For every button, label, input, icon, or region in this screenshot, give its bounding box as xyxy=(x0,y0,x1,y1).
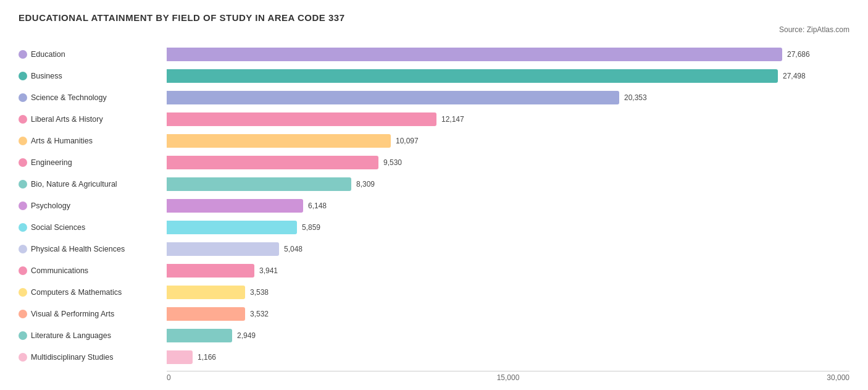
bar-row: Education 27,686 xyxy=(19,44,849,64)
bar-container: 3,538 xyxy=(167,286,849,299)
bar-container: 1,166 xyxy=(167,350,849,364)
bar-dot xyxy=(19,50,27,59)
axis-area: 0 15,000 30,000 xyxy=(167,371,849,382)
bar-label: Education xyxy=(31,50,65,59)
bar-dot xyxy=(19,137,27,145)
bar-row: Computers & Mathematics 3,538 xyxy=(19,282,849,302)
bar-fill xyxy=(167,221,297,234)
bar-row: Liberal Arts & History 12,147 xyxy=(19,109,849,129)
bar-label: Arts & Humanities xyxy=(31,137,93,145)
bar-fill xyxy=(167,112,436,126)
bar-label: Bio, Nature & Agricultural xyxy=(31,180,117,189)
bar-container: 5,859 xyxy=(167,221,849,234)
bar-label: Visual & Performing Arts xyxy=(31,310,114,318)
bar-value: 27,686 xyxy=(787,50,810,59)
bar-container: 27,498 xyxy=(167,69,849,83)
bar-row: Business 27,498 xyxy=(19,66,849,86)
bar-container: 5,048 xyxy=(167,242,849,256)
bar-value: 10,097 xyxy=(396,137,419,145)
bar-container: 20,353 xyxy=(167,91,849,104)
axis-tick-15000: 15,000 xyxy=(394,371,622,382)
bar-label-cell: Multidisciplinary Studies xyxy=(19,353,167,362)
bar-container: 12,147 xyxy=(167,112,849,126)
bar-fill xyxy=(167,329,232,342)
bar-fill xyxy=(167,91,619,104)
bar-label-cell: Arts & Humanities xyxy=(19,137,167,145)
bar-container: 3,532 xyxy=(167,307,849,321)
bar-dot xyxy=(19,93,27,102)
bar-label: Literature & Languages xyxy=(31,331,111,340)
bar-label-cell: Social Sciences xyxy=(19,223,167,232)
bar-dot xyxy=(19,180,27,189)
bar-dot xyxy=(19,310,27,318)
chart-area: Education 27,686 Business 27,498 Science… xyxy=(19,44,849,382)
bar-row: Literature & Languages 2,949 xyxy=(19,325,849,345)
axis-line xyxy=(167,371,849,371)
bar-label: Psychology xyxy=(31,201,70,210)
axis-tick-0: 0 xyxy=(167,371,394,382)
bar-label-cell: Physical & Health Sciences xyxy=(19,245,167,253)
bar-value: 2,949 xyxy=(237,331,256,340)
bar-label: Communications xyxy=(31,266,88,275)
bar-container: 10,097 xyxy=(167,134,849,148)
bar-value: 12,147 xyxy=(441,115,464,124)
bar-dot xyxy=(19,353,27,362)
bar-row: Visual & Performing Arts 3,532 xyxy=(19,303,849,324)
bar-value: 20,353 xyxy=(624,93,647,102)
bar-value: 6,148 xyxy=(308,201,327,210)
bar-container: 6,148 xyxy=(167,199,849,213)
bar-row: Science & Technology 20,353 xyxy=(19,87,849,108)
bar-label: Multidisciplinary Studies xyxy=(31,353,113,362)
source-label: Source: ZipAtlas.com xyxy=(19,25,849,34)
bar-fill xyxy=(167,199,303,213)
bar-label: Social Sciences xyxy=(31,223,85,232)
bar-label-cell: Computers & Mathematics xyxy=(19,288,167,297)
bar-value: 3,532 xyxy=(250,310,269,318)
bar-dot xyxy=(19,201,27,210)
bar-fill xyxy=(167,264,254,278)
bar-row: Bio, Nature & Agricultural 8,309 xyxy=(19,174,849,194)
bar-label-cell: Liberal Arts & History xyxy=(19,115,167,124)
bar-fill xyxy=(167,48,782,61)
bar-dot xyxy=(19,115,27,124)
bar-dot xyxy=(19,72,27,80)
bar-label: Computers & Mathematics xyxy=(31,288,122,297)
bar-fill xyxy=(167,156,378,169)
bar-row: Psychology 6,148 xyxy=(19,195,849,216)
bar-dot xyxy=(19,266,27,275)
bar-label: Science & Technology xyxy=(31,93,107,102)
bar-value: 9,530 xyxy=(383,158,402,167)
bar-row: Arts & Humanities 10,097 xyxy=(19,130,849,151)
bar-row: Physical & Health Sciences 5,048 xyxy=(19,239,849,259)
bar-value: 8,309 xyxy=(356,180,375,189)
bar-label: Business xyxy=(31,72,62,80)
bar-label: Engineering xyxy=(31,158,72,167)
axis-tick-30000: 30,000 xyxy=(622,371,849,382)
bar-dot xyxy=(19,288,27,297)
bar-label-cell: Education xyxy=(19,50,167,59)
bar-dot xyxy=(19,331,27,340)
bar-value: 1,166 xyxy=(198,353,216,362)
bar-value: 5,048 xyxy=(284,245,303,253)
bar-value: 5,859 xyxy=(302,223,320,232)
bar-label-cell: Bio, Nature & Agricultural xyxy=(19,180,167,189)
bar-container: 9,530 xyxy=(167,156,849,169)
bar-dot xyxy=(19,158,27,167)
bar-label-cell: Engineering xyxy=(19,158,167,167)
bar-value: 27,498 xyxy=(783,72,806,80)
bar-dot xyxy=(19,245,27,253)
bar-row: Multidisciplinary Studies 1,166 xyxy=(19,347,849,367)
bar-row: Communications 3,941 xyxy=(19,260,849,281)
bar-container: 3,941 xyxy=(167,264,849,278)
bar-label-cell: Business xyxy=(19,72,167,80)
bar-value: 3,941 xyxy=(259,266,278,275)
bar-fill xyxy=(167,350,193,364)
bar-row: Social Sciences 5,859 xyxy=(19,217,849,237)
bar-fill xyxy=(167,177,351,191)
bar-label-cell: Visual & Performing Arts xyxy=(19,310,167,318)
chart-title: EDUCATIONAL ATTAINMENT BY FIELD OF STUDY… xyxy=(19,12,849,23)
bar-fill xyxy=(167,286,245,299)
bar-fill xyxy=(167,242,279,256)
bar-fill xyxy=(167,69,778,83)
bar-container: 8,309 xyxy=(167,177,849,191)
